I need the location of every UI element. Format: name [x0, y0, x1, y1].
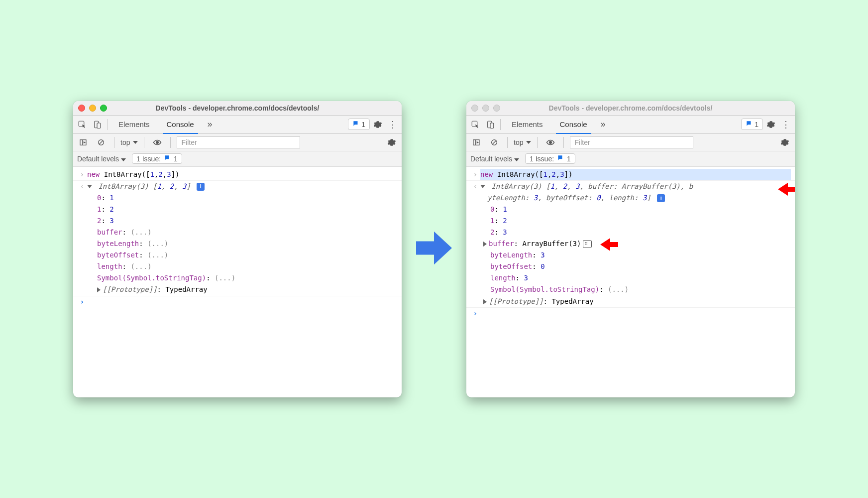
issue-icon	[746, 120, 753, 128]
device-toolbar-icon[interactable]	[483, 118, 497, 131]
context-selector[interactable]: top	[514, 138, 531, 146]
annotation-arrow-icon	[600, 238, 618, 251]
expand-toggle-icon[interactable]	[97, 287, 101, 292]
buffer-property[interactable]: buffer: ArrayBuffer(3)	[483, 238, 791, 249]
issues-pill[interactable]: 1	[348, 119, 370, 130]
object-header[interactable]: Int8Array(3) [1, 2, 3] i	[87, 181, 398, 192]
zoom-icon[interactable]	[493, 105, 500, 112]
settings-icon[interactable]	[764, 118, 778, 131]
filter-input[interactable]	[177, 136, 300, 148]
devtools-panel-before: DevTools - developer.chrome.com/docs/dev…	[73, 101, 402, 397]
console-input-row: › new Int8Array([1,2,3])	[73, 169, 402, 180]
divider	[507, 137, 508, 148]
expand-toggle-icon[interactable]	[87, 185, 92, 188]
object-tree: 0: 11: 22: 3buffer: (...)byteLength: (..…	[87, 192, 398, 296]
settings-icon[interactable]	[371, 118, 385, 131]
minimize-icon[interactable]	[482, 105, 489, 112]
header-line-1: Int8Array(3) [1, 2, 3, buffer: ArrayBuff…	[491, 182, 693, 190]
window-title: DevTools - developer.chrome.com/docs/dev…	[73, 104, 402, 112]
more-tabs-icon[interactable]: »	[596, 118, 610, 131]
tab-elements[interactable]: Elements	[110, 116, 158, 133]
tab-console[interactable]: Console	[159, 116, 202, 133]
info-badge-icon[interactable]: i	[657, 194, 665, 202]
clear-console-icon[interactable]	[94, 135, 108, 149]
object-property[interactable]: 0: 1	[97, 192, 398, 204]
device-toolbar-icon[interactable]	[90, 118, 104, 131]
issue-icon	[557, 154, 564, 163]
svg-rect-8	[490, 123, 494, 128]
prototype-property[interactable]: [[Prototype]]: TypedArray	[483, 296, 791, 307]
console-settings-icon[interactable]	[385, 135, 399, 149]
object-property[interactable]: length: (...)	[97, 261, 398, 272]
expand-toggle-icon[interactable]	[480, 185, 485, 188]
context-selector[interactable]: top	[120, 138, 138, 146]
console-settings-icon[interactable]	[778, 135, 792, 149]
live-expression-icon[interactable]	[150, 135, 164, 149]
issues-count: 1	[755, 121, 759, 128]
console-body[interactable]: › new Int8Array([1,2,3]) ‹ Int8Array(3) …	[73, 167, 402, 397]
object-property[interactable]: 1: 2	[97, 204, 398, 215]
object-property[interactable]: byteOffset: 0	[490, 261, 791, 272]
expand-toggle-icon[interactable]	[483, 299, 487, 304]
prompt-icon: ›	[77, 296, 87, 308]
object-property[interactable]: 2: 3	[490, 227, 791, 238]
console-output-row: ‹ Int8Array(3) [1, 2, 3, buffer: ArrayBu…	[466, 180, 795, 307]
object-property[interactable]: Symbol(Symbol.toStringTag): (...)	[490, 284, 791, 295]
inspect-element-icon[interactable]	[468, 118, 482, 131]
close-icon[interactable]	[471, 105, 478, 112]
annotation-arrow-icon	[778, 183, 795, 196]
divider	[114, 137, 114, 148]
stage: DevTools - developer.chrome.com/docs/dev…	[73, 101, 795, 397]
filter-input[interactable]	[570, 136, 693, 148]
live-expression-icon[interactable]	[543, 135, 557, 149]
info-badge-icon[interactable]: i	[197, 183, 205, 191]
svg-point-5	[156, 141, 159, 143]
object-property[interactable]: length: 3	[490, 272, 791, 284]
prompt-icon: ›	[77, 169, 87, 180]
kebab-menu-icon[interactable]: ⋮	[779, 118, 793, 131]
object-property[interactable]: byteLength: 3	[490, 249, 791, 261]
console-prompt[interactable]: ›	[466, 307, 795, 319]
console-input-row: › new Int8Array([1,2,3])	[466, 169, 795, 180]
object-header[interactable]: Int8Array(3) [1, 2, 3, buffer: ArrayBuff…	[480, 181, 791, 204]
zoom-icon[interactable]	[100, 105, 107, 112]
clear-console-icon[interactable]	[487, 135, 501, 149]
object-property[interactable]: Symbol(Symbol.toStringTag): (...)	[97, 272, 398, 284]
issue-count: 1	[567, 155, 571, 163]
sidebar-toggle-icon[interactable]	[469, 135, 483, 149]
kebab-menu-icon[interactable]: ⋮	[386, 118, 400, 131]
log-level-selector[interactable]: Default levels	[470, 155, 519, 163]
prototype-property[interactable]: [[Prototype]]: TypedArray	[97, 284, 398, 295]
memory-inspector-icon[interactable]	[583, 240, 592, 248]
object-property[interactable]: buffer: (...)	[97, 227, 398, 238]
issues-pill[interactable]: 1	[741, 119, 763, 130]
object-property[interactable]: 2: 3	[97, 215, 398, 227]
object-property[interactable]: 0: 1	[490, 204, 791, 215]
object-property[interactable]: 1: 2	[490, 215, 791, 227]
main-toolbar: Elements Console » 1 ⋮	[73, 116, 402, 134]
expand-toggle-icon[interactable]	[483, 242, 487, 247]
inspect-element-icon[interactable]	[75, 118, 89, 131]
minimize-icon[interactable]	[89, 105, 96, 112]
issue-label: 1 Issue:	[530, 155, 554, 163]
traffic-lights[interactable]	[471, 105, 500, 112]
console-prompt[interactable]: ›	[73, 296, 402, 308]
result-icon: ‹	[77, 181, 87, 296]
tab-elements[interactable]: Elements	[504, 116, 551, 133]
issue-indicator[interactable]: 1 Issue: 1	[132, 153, 182, 164]
close-icon[interactable]	[78, 105, 85, 112]
log-level-selector[interactable]: Default levels	[77, 155, 126, 163]
more-tabs-icon[interactable]: »	[203, 118, 217, 131]
divider	[537, 137, 538, 148]
traffic-lights[interactable]	[78, 105, 107, 112]
tab-console[interactable]: Console	[552, 116, 595, 133]
level-bar: Default levels 1 Issue: 1	[466, 151, 795, 167]
window-title: DevTools - developer.chrome.com/docs/dev…	[466, 104, 795, 112]
header-line-2: yteLength: 3, byteOffset: 0, length: 3]	[480, 194, 651, 202]
sidebar-toggle-icon[interactable]	[76, 135, 90, 149]
titlebar: DevTools - developer.chrome.com/docs/dev…	[466, 101, 795, 116]
issue-indicator[interactable]: 1 Issue: 1	[525, 153, 575, 164]
object-property[interactable]: byteLength: (...)	[97, 238, 398, 249]
object-property[interactable]: byteOffset: (...)	[97, 249, 398, 261]
console-body[interactable]: › new Int8Array([1,2,3]) ‹ Int8Array(3) …	[466, 167, 795, 397]
